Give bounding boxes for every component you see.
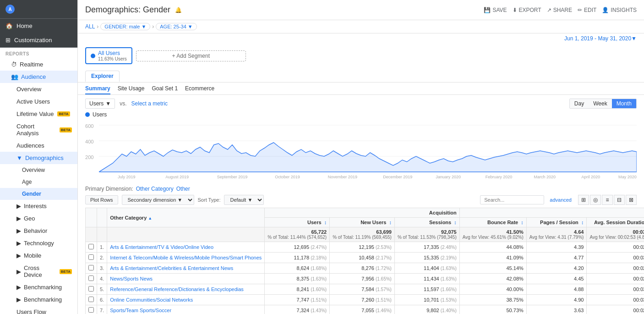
pivot-view-button[interactable]: ⊟ bbox=[614, 195, 625, 205]
month-button[interactable]: Month bbox=[612, 99, 636, 108]
sidebar-item-technology[interactable]: ▶ Technology bbox=[0, 237, 77, 249]
row-pages-session: 4.88 bbox=[526, 284, 587, 295]
edit-button[interactable]: ✏ EDIT bbox=[578, 7, 596, 13]
row-sessions: 9,802 (1.40%) bbox=[394, 305, 459, 314]
sessions-col-header[interactable]: Sessions ↕ bbox=[394, 218, 459, 227]
bar-view-button[interactable]: ≡ bbox=[602, 195, 613, 205]
sidebar-item-demo-gender[interactable]: Gender bbox=[0, 188, 77, 200]
row-checkbox-cell[interactable] bbox=[86, 253, 97, 263]
sidebar-item-demo-age[interactable]: Age bbox=[0, 176, 77, 188]
sidebar-item-realtime[interactable]: ⏱ Realtime bbox=[0, 58, 77, 71]
plot-rows-button[interactable]: Plot Rows bbox=[85, 195, 118, 204]
breadcrumb-age[interactable]: AGE: 25-34 ▼ bbox=[156, 23, 196, 30]
breadcrumb-all[interactable]: ALL bbox=[85, 23, 95, 30]
sidebar-item-audiences[interactable]: Audiences bbox=[0, 139, 77, 152]
sidebar-item-overview[interactable]: Overview bbox=[0, 83, 77, 95]
bounce-rate-col-header[interactable]: Bounce Rate ↕ bbox=[459, 218, 526, 227]
row-checkbox[interactable] bbox=[88, 297, 94, 302]
sidebar-item-interests[interactable]: ▶ Interests bbox=[0, 200, 77, 212]
sidebar-item-demographics[interactable]: ▼ Demographics bbox=[0, 152, 77, 164]
metric-selector[interactable]: Users ▼ bbox=[85, 99, 115, 109]
sidebar-item-customization[interactable]: ⊞ Customization bbox=[0, 33, 77, 48]
sidebar-item-audience[interactable]: 👥 Audience bbox=[0, 71, 77, 83]
select-metric-link[interactable]: Select a metric bbox=[131, 100, 168, 107]
row-checkbox[interactable] bbox=[88, 275, 94, 281]
sidebar-item-active-users[interactable]: Active Users bbox=[0, 95, 77, 108]
week-button[interactable]: Week bbox=[589, 99, 611, 108]
explorer-tab[interactable]: Explorer bbox=[85, 71, 120, 82]
cohort-analysis-label: Cohort Analysis bbox=[16, 123, 56, 137]
sidebar-item-cross-device[interactable]: ▶ Cross Device BETA bbox=[0, 262, 77, 281]
other-category-link[interactable]: Other Category bbox=[136, 186, 174, 192]
row-pages-session: 4.45 bbox=[526, 274, 587, 284]
sort-type-select[interactable]: Default ▼ bbox=[224, 195, 264, 205]
sidebar-item-behavior[interactable]: ▶ Behavior bbox=[0, 225, 77, 237]
row-pages-session: 4.90 bbox=[526, 295, 587, 305]
scatter-view-button[interactable]: ⊠ bbox=[626, 195, 637, 205]
row-checkbox-cell[interactable] bbox=[86, 284, 97, 295]
row-avg-session: 00:02:41 bbox=[587, 263, 644, 274]
secondary-dim-select[interactable]: Secondary dimension ▼ bbox=[122, 195, 194, 205]
ecommerce-label: Ecommerce bbox=[185, 85, 214, 92]
sidebar-item-mobile[interactable]: ▶ Mobile bbox=[0, 249, 77, 262]
new-users-col-header[interactable]: New Users ↕ bbox=[330, 218, 395, 227]
grid-view-button[interactable]: ⊞ bbox=[578, 195, 589, 205]
cohort-analysis-beta-badge: BETA bbox=[60, 127, 72, 132]
row-checkbox-cell[interactable] bbox=[86, 274, 97, 284]
row-category[interactable]: Online Communities/Social Networks bbox=[107, 295, 265, 305]
day-button[interactable]: Day bbox=[570, 99, 589, 108]
save-icon: 💾 bbox=[484, 7, 491, 13]
sidebar-item-cohort-analysis[interactable]: Cohort Analysis BETA bbox=[0, 120, 77, 139]
row-category[interactable]: Arts & Entertainment/Celebrities & Enter… bbox=[107, 263, 265, 274]
add-segment-label: + Add Segment bbox=[172, 53, 210, 59]
pages-session-col-header[interactable]: Pages / Session ↕ bbox=[526, 218, 587, 227]
row-num: 5. bbox=[97, 284, 107, 295]
export-button[interactable]: ⬇ EXPORT bbox=[513, 7, 541, 13]
pie-view-button[interactable]: ◎ bbox=[590, 195, 601, 205]
advanced-link[interactable]: advanced bbox=[550, 197, 572, 203]
date-range[interactable]: Jun 1, 2019 - May 31, 2020 ▼ bbox=[78, 33, 644, 44]
row-category[interactable]: Internet & Telecom/Mobile & Wireless/Mob… bbox=[107, 253, 265, 263]
add-segment-button[interactable]: + Add Segment bbox=[136, 50, 246, 61]
sidebar-item-home[interactable]: 🏠 Home bbox=[0, 19, 77, 33]
row-category[interactable]: Reference/General Reference/Dictionaries… bbox=[107, 284, 265, 295]
table-row: 4. News/Sports News 8,375 (1.63%) 7,956 … bbox=[86, 274, 644, 284]
all-users-segment[interactable]: All Users 11.63% Users bbox=[85, 47, 132, 64]
breadcrumb-gender[interactable]: GENDER: male ▼ bbox=[100, 23, 150, 30]
share-button[interactable]: ↗ SHARE bbox=[547, 7, 572, 13]
main-content: Demographics: Gender 🔔 💾 SAVE ⬇ EXPORT ↗… bbox=[78, 0, 644, 314]
sidebar-item-lifetime-value[interactable]: Lifetime Value BETA bbox=[0, 108, 77, 120]
table-search-input[interactable] bbox=[480, 195, 544, 204]
sidebar-item-demo-overview[interactable]: Overview bbox=[0, 164, 77, 176]
row-checkbox[interactable] bbox=[88, 307, 94, 313]
row-checkbox-cell[interactable] bbox=[86, 263, 97, 274]
row-category[interactable]: Arts & Entertainment/TV & Video/Online V… bbox=[107, 242, 265, 253]
customization-label: Customization bbox=[14, 37, 52, 44]
sub-tab-ecommerce[interactable]: Ecommerce bbox=[185, 85, 214, 94]
row-checkbox[interactable] bbox=[88, 265, 94, 270]
insights-button[interactable]: 👤 INSIGHTS bbox=[602, 7, 637, 13]
sidebar-item-users-flow[interactable]: Users Flow bbox=[0, 306, 77, 314]
row-category[interactable]: Sports/Team Sports/Soccer bbox=[107, 305, 265, 314]
row-checkbox-cell[interactable] bbox=[86, 305, 97, 314]
sidebar-item-geo[interactable]: ▶ Geo bbox=[0, 212, 77, 225]
row-checkbox-cell[interactable] bbox=[86, 295, 97, 305]
sub-tab-site-usage[interactable]: Site Usage bbox=[118, 85, 145, 94]
row-checkbox-cell[interactable] bbox=[86, 242, 97, 253]
sub-tab-goal-set[interactable]: Goal Set 1 bbox=[152, 85, 178, 94]
row-checkbox[interactable] bbox=[88, 244, 94, 249]
metric-down-icon: ▼ bbox=[105, 100, 111, 107]
table-view-icons: ⊞ ◎ ≡ ⊟ ⊠ bbox=[578, 195, 637, 205]
sidebar-item-benchmarking[interactable]: ▶ Benchmarking bbox=[0, 293, 77, 306]
avg-session-col-header[interactable]: Avg. Session Duration ↕ bbox=[587, 218, 644, 227]
save-button[interactable]: 💾 SAVE bbox=[484, 7, 507, 13]
expand-behavior-icon: ▶ bbox=[16, 227, 21, 234]
other-link[interactable]: Other bbox=[176, 186, 190, 192]
users-col-header[interactable]: Users ↕ bbox=[265, 218, 330, 227]
sidebar-item-custom[interactable]: ▶ Benchmarking bbox=[0, 281, 77, 293]
row-category[interactable]: News/Sports News bbox=[107, 274, 265, 284]
sub-tab-summary[interactable]: Summary bbox=[85, 85, 110, 94]
row-checkbox[interactable] bbox=[88, 286, 94, 292]
row-checkbox[interactable] bbox=[88, 254, 94, 260]
users-flow-label: Users Flow bbox=[16, 308, 46, 314]
